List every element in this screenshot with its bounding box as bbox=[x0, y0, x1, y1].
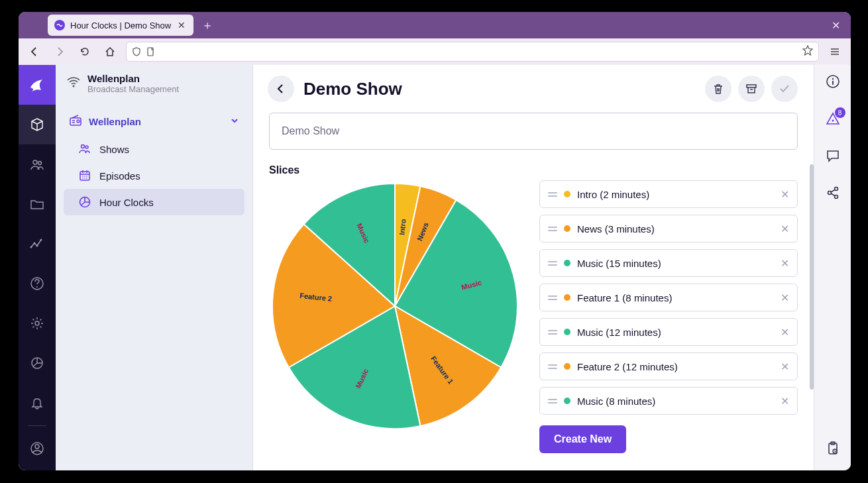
slice-label: Music (12 minutes) bbox=[577, 327, 661, 338]
slice-item[interactable]: Music (15 minutes) ✕ bbox=[539, 249, 798, 277]
rail-cube-icon[interactable] bbox=[19, 105, 56, 144]
nav-back-button[interactable] bbox=[25, 42, 44, 61]
back-button[interactable] bbox=[268, 76, 294, 102]
slice-label: News (3 minutes) bbox=[577, 223, 655, 235]
page-icon bbox=[146, 47, 156, 56]
svg-point-20 bbox=[84, 176, 85, 177]
svg-point-3 bbox=[30, 246, 32, 248]
triangle-icon[interactable]: 8 bbox=[826, 111, 840, 129]
color-dot bbox=[564, 398, 570, 404]
app-logo[interactable] bbox=[19, 65, 56, 105]
show-name-input[interactable] bbox=[269, 113, 798, 150]
window-close-icon[interactable]: ✕ bbox=[826, 17, 845, 34]
browser-tab-bar: Hour Clocks | Demo Show ✕ ＋ ✕ bbox=[19, 12, 851, 38]
sidebar-item-hour-clocks[interactable]: Hour Clocks bbox=[64, 189, 244, 215]
sidebar-section-header[interactable]: Wellenplan bbox=[64, 107, 244, 136]
slice-item[interactable]: Intro (2 minutes) ✕ bbox=[539, 180, 798, 208]
svg-point-19 bbox=[82, 176, 83, 177]
rail-pie-icon[interactable] bbox=[19, 343, 56, 383]
svg-point-31 bbox=[834, 188, 838, 191]
nav-forward-button[interactable] bbox=[50, 42, 69, 61]
rail-analytics-icon[interactable] bbox=[19, 224, 56, 264]
rail-settings-icon[interactable] bbox=[19, 303, 56, 343]
svg-point-12 bbox=[35, 445, 39, 449]
new-tab-button[interactable]: ＋ bbox=[201, 17, 213, 33]
notification-badge: 8 bbox=[835, 107, 845, 118]
svg-point-1 bbox=[33, 160, 37, 164]
info-icon[interactable] bbox=[826, 74, 840, 91]
create-new-button[interactable]: Create New bbox=[539, 425, 626, 453]
remove-slice-icon[interactable]: ✕ bbox=[781, 360, 789, 373]
svg-point-21 bbox=[86, 176, 87, 177]
nav-label: Hour Clocks bbox=[99, 197, 154, 208]
remove-slice-icon[interactable]: ✕ bbox=[781, 188, 789, 201]
slice-item[interactable]: Music (8 minutes) ✕ bbox=[539, 387, 798, 415]
rail-people-icon[interactable] bbox=[19, 144, 56, 184]
pie-slice-label: Intro bbox=[398, 218, 407, 235]
radio-icon bbox=[69, 114, 82, 129]
slice-label: Feature 1 (8 minutes) bbox=[577, 292, 672, 303]
drag-handle-icon[interactable] bbox=[548, 192, 557, 197]
left-rail bbox=[19, 65, 56, 470]
archive-button[interactable] bbox=[738, 76, 765, 102]
drag-handle-icon[interactable] bbox=[548, 261, 557, 266]
scrollbar[interactable] bbox=[810, 164, 814, 390]
remove-slice-icon[interactable]: ✕ bbox=[781, 257, 789, 270]
people-icon bbox=[78, 142, 91, 156]
nav-home-button[interactable] bbox=[101, 42, 119, 61]
rail-account-icon[interactable] bbox=[19, 429, 56, 468]
chat-icon[interactable] bbox=[826, 148, 840, 166]
tab-title: Hour Clocks | Demo Show bbox=[70, 21, 171, 30]
color-dot bbox=[564, 191, 570, 197]
share-icon[interactable] bbox=[826, 186, 840, 203]
svg-point-4 bbox=[34, 242, 36, 244]
remove-slice-icon[interactable]: ✕ bbox=[781, 292, 789, 304]
remove-slice-icon[interactable]: ✕ bbox=[781, 223, 789, 235]
slice-label: Feature 2 (12 minutes) bbox=[577, 361, 678, 372]
calendar-icon bbox=[78, 169, 91, 182]
remove-slice-icon[interactable]: ✕ bbox=[781, 326, 789, 339]
app-body: Wellenplan Broadcast Management Wellenpl… bbox=[19, 65, 851, 470]
svg-rect-26 bbox=[747, 85, 756, 87]
svg-rect-0 bbox=[148, 48, 153, 56]
drag-handle-icon[interactable] bbox=[548, 364, 557, 369]
section-label: Wellenplan bbox=[89, 116, 141, 127]
bookmark-star-icon[interactable] bbox=[802, 45, 813, 58]
sidebar-item-episodes[interactable]: Episodes bbox=[64, 162, 244, 189]
svg-point-17 bbox=[85, 146, 88, 148]
browser-window: Hour Clocks | Demo Show ✕ ＋ ✕ bbox=[19, 12, 851, 470]
sidebar-item-shows[interactable]: Shows bbox=[64, 136, 244, 162]
url-input[interactable] bbox=[126, 42, 819, 62]
color-dot bbox=[564, 294, 570, 301]
rail-help-icon[interactable] bbox=[19, 264, 56, 303]
slice-item[interactable]: Feature 1 (8 minutes) ✕ bbox=[539, 284, 798, 311]
slice-item[interactable]: Music (12 minutes) ✕ bbox=[539, 318, 798, 346]
slice-item[interactable]: News (3 minutes) ✕ bbox=[539, 215, 798, 242]
main-content-area: Demo Show Slices IntroNewsMusicFeature 1… bbox=[253, 65, 814, 470]
clipboard-icon[interactable] bbox=[826, 441, 840, 458]
svg-point-2 bbox=[38, 162, 42, 165]
rail-folder-icon[interactable] bbox=[19, 184, 56, 224]
sidebar: Wellenplan Broadcast Management Wellenpl… bbox=[56, 65, 253, 470]
drag-handle-icon[interactable] bbox=[548, 295, 557, 300]
tab-close-icon[interactable]: ✕ bbox=[176, 20, 187, 30]
svg-point-22 bbox=[82, 178, 83, 179]
svg-point-24 bbox=[86, 178, 87, 179]
drag-handle-icon[interactable] bbox=[548, 227, 557, 231]
confirm-button[interactable] bbox=[771, 76, 798, 102]
svg-point-13 bbox=[73, 85, 75, 87]
nav-reload-button[interactable] bbox=[76, 42, 94, 61]
browser-url-bar bbox=[19, 38, 851, 65]
rail-bell-icon[interactable] bbox=[19, 383, 56, 423]
slice-item[interactable]: Feature 2 (12 minutes) ✕ bbox=[539, 352, 798, 380]
delete-button[interactable] bbox=[705, 76, 732, 102]
sidebar-header: Wellenplan Broadcast Management bbox=[56, 65, 252, 102]
color-dot bbox=[564, 260, 570, 266]
browser-menu-button[interactable] bbox=[826, 42, 844, 61]
svg-point-28 bbox=[832, 78, 833, 80]
browser-tab[interactable]: Hour Clocks | Demo Show ✕ bbox=[48, 15, 193, 36]
remove-slice-icon[interactable]: ✕ bbox=[781, 395, 789, 407]
drag-handle-icon[interactable] bbox=[548, 330, 557, 335]
slice-label: Music (8 minutes) bbox=[577, 396, 655, 407]
drag-handle-icon[interactable] bbox=[548, 399, 557, 403]
